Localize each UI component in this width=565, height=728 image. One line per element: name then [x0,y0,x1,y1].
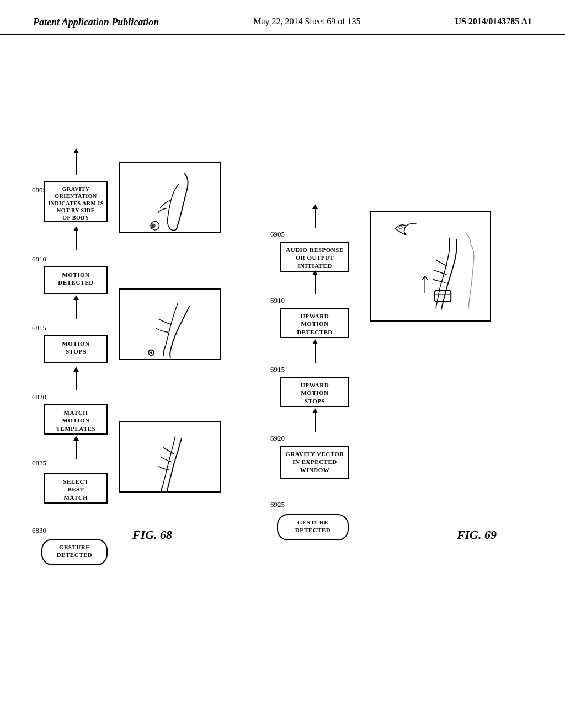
fig69-diagram: 6905 AUDIO RESPONSEOR OUTPUTINITIATED 69… [270,79,519,575]
page-header: Patent Application Publication May 22, 2… [0,0,565,35]
hand-illustration-1: ◎ [120,163,220,232]
arrow-6905-to-6910 [315,208,316,228]
ref-6820: 6820 [32,393,46,402]
node-6805: GRAVITY ORIENTATIONINDICATES ARM ISNOT B… [44,181,108,222]
node-6920: GRAVITY VECTORIN EXPECTEDWINDOW [280,446,349,479]
fig68-diagram: 6805 GRAVITY ORIENTATIONINDICATES ARM IS… [33,79,243,575]
svg-point-2 [151,223,156,228]
fig68-label: FIG. 68 [132,528,172,542]
img-6815 [119,421,221,493]
ref-6915: 6915 [270,365,285,374]
ref-6815: 6815 [32,324,46,333]
arrow-6910-to-6915 [315,275,316,294]
node-6905: AUDIO RESPONSEOR OUTPUTINITIATED [280,242,349,272]
ref-6825: 6825 [32,459,46,468]
svg-point-4 [150,351,152,354]
arrow-6825-to-6830 [76,440,77,459]
hand-illustration-3 [120,422,220,491]
ref-6905: 6905 [270,230,285,239]
node-6910: UPWARDMOTIONDETECTED [280,308,349,338]
arrow-6915-to-6920 [315,344,316,363]
patent-number: US 2014/0143785 A1 [455,17,532,26]
ref-6925: 6925 [270,500,285,509]
arrow-6810-to-6815 [76,231,77,250]
fig69-label: FIG. 69 [457,528,497,542]
img-6805: ◎ [119,162,221,233]
node-6830: GESTUREDETECTED [41,539,108,565]
node-6810: MOTIONDETECTED [44,266,108,294]
img-6810 [119,288,221,360]
ref-6910: 6910 [270,296,285,305]
arrow-6920-to-6925 [315,413,316,432]
node-6825: SELECTBESTMATCH [44,473,108,504]
arrow-6805-to-6810 [76,153,77,175]
img-6910 [370,211,491,322]
node-6925: GESTUREDETECTED [277,514,349,540]
node-6815: MOTIONSTOPS [44,335,108,363]
ref-6920: 6920 [270,434,285,443]
ref-6810: 6810 [32,255,46,264]
publication-title: Patent Application Publication [33,17,159,28]
ref-6830: 6830 [32,526,46,535]
hand-illustration-4 [371,212,490,320]
arrow-6820-to-6825 [76,371,77,390]
arrow-6815-to-6820 [76,299,77,319]
hand-illustration-2 [120,290,220,359]
main-content: 6805 GRAVITY ORIENTATIONINDICATES ARM IS… [0,35,565,713]
node-6915: UPWARDMOTIONSTOPS [280,377,349,407]
svg-point-7 [399,226,402,229]
node-6820: MATCHMOTIONTEMPLATES [44,404,108,435]
sheet-info: May 22, 2014 Sheet 69 of 135 [253,17,360,26]
